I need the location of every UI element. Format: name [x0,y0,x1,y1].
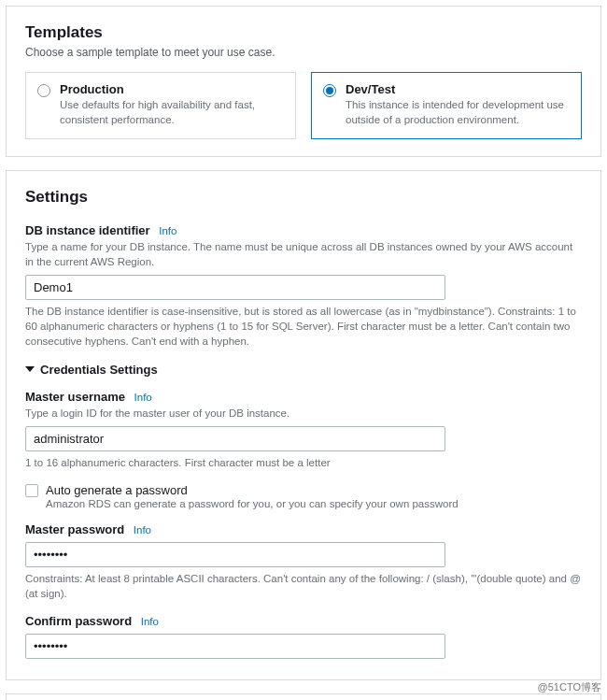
info-link[interactable]: Info [141,616,159,627]
templates-subtitle: Choose a sample template to meet your us… [25,46,582,59]
master-password-label: Master password [25,522,124,536]
db-identifier-hint: The DB instance identifier is case-insen… [25,304,582,349]
autogen-label: Auto generate a password [46,483,459,497]
master-username-block: Master username Info Type a login ID for… [25,390,582,470]
template-card-title: Production [60,82,284,96]
db-identifier-block: DB instance identifier Info Type a name … [25,223,582,349]
instance-size-panel: DB instance size [6,693,601,700]
master-username-desc: Type a login ID for the master user of y… [25,406,582,421]
template-card-devtest[interactable]: Dev/Test This instance is intended for d… [311,72,582,139]
master-username-label: Master username [25,390,125,404]
watermark: @51CTO博客 [538,680,601,694]
confirm-password-label: Confirm password [25,614,132,628]
template-card-title: Dev/Test [346,82,570,96]
db-identifier-label: DB instance identifier [25,223,150,237]
template-card-production[interactable]: Production Use defaults for high availab… [25,72,296,139]
autogen-checkbox[interactable] [25,484,38,497]
template-card-desc: This instance is intended for developmen… [346,98,570,127]
master-password-block: Master password Info Constraints: At lea… [25,522,582,601]
confirm-password-input[interactable] [25,634,445,659]
info-link[interactable]: Info [159,225,176,236]
master-username-hint: 1 to 16 alphanumeric characters. First c… [25,455,582,470]
info-link[interactable]: Info [134,392,152,403]
credentials-header[interactable]: Credentials Settings [25,363,582,377]
db-identifier-desc: Type a name for your DB instance. The na… [25,239,582,269]
autogen-desc: Amazon RDS can generate a password for y… [46,498,459,509]
settings-panel: Settings DB instance identifier Info Typ… [6,170,601,680]
templates-title: Templates [25,23,582,42]
settings-title: Settings [25,188,582,207]
info-link[interactable]: Info [134,524,151,536]
db-identifier-input[interactable] [25,275,445,300]
template-card-desc: Use defaults for high availability and f… [60,98,284,127]
templates-row: Production Use defaults for high availab… [25,72,582,139]
master-password-hint: Constraints: At least 8 printable ASCII … [25,571,582,601]
credentials-header-label: Credentials Settings [40,363,158,377]
autogen-row: Auto generate a password Amazon RDS can … [25,483,582,509]
confirm-password-block: Confirm password Info [25,614,582,659]
radio-devtest[interactable] [323,84,336,97]
radio-production[interactable] [37,84,50,97]
master-username-input[interactable] [25,426,445,451]
master-password-input[interactable] [25,542,445,567]
caret-down-icon [25,366,35,372]
templates-panel: Templates Choose a sample template to me… [6,6,601,157]
